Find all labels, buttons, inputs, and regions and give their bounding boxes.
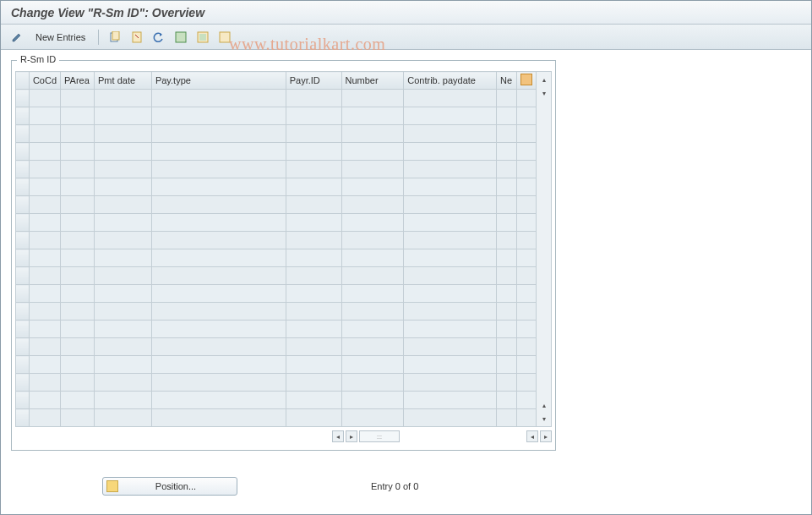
cell[interactable] [95, 125, 152, 143]
cell[interactable] [341, 107, 404, 125]
deselect-icon[interactable] [215, 28, 234, 47]
cell[interactable] [95, 161, 152, 178]
cell[interactable] [151, 338, 286, 356]
cell[interactable] [95, 196, 152, 214]
cell[interactable] [286, 285, 341, 303]
row-selector[interactable] [16, 143, 30, 161]
cell[interactable] [404, 90, 497, 107]
cell[interactable] [497, 356, 517, 374]
cell[interactable] [61, 161, 95, 178]
cell[interactable] [61, 338, 95, 356]
delete-icon[interactable] [128, 28, 146, 47]
cell[interactable] [151, 143, 286, 161]
cell[interactable] [151, 285, 286, 303]
cell[interactable] [29, 107, 60, 125]
cell[interactable] [286, 374, 341, 392]
cell[interactable] [29, 409, 60, 427]
cell[interactable] [95, 267, 152, 285]
row-selector[interactable] [16, 232, 30, 249]
cell[interactable] [151, 321, 286, 338]
cell[interactable] [286, 107, 341, 125]
cell[interactable] [29, 178, 60, 196]
cell[interactable] [95, 392, 152, 409]
hscroll-thumb[interactable]: ::: [359, 430, 400, 442]
cell[interactable] [29, 303, 60, 321]
cell[interactable] [404, 214, 497, 232]
scroll-up-step-icon[interactable]: ▴ [538, 399, 550, 411]
undo-icon[interactable] [150, 28, 168, 47]
cell[interactable] [95, 143, 152, 161]
col-header-payrid[interactable]: Payr.ID [286, 72, 341, 90]
cell[interactable] [404, 107, 497, 125]
cell[interactable] [151, 196, 286, 214]
cell[interactable] [404, 409, 497, 427]
cell[interactable] [29, 125, 60, 143]
row-selector[interactable] [16, 338, 30, 356]
cell[interactable] [61, 374, 95, 392]
cell[interactable] [95, 249, 152, 267]
cell[interactable] [286, 321, 341, 338]
hscroll-right-icon[interactable]: ▸ [346, 430, 357, 442]
cell[interactable] [341, 143, 404, 161]
row-selector[interactable] [16, 267, 30, 285]
cell[interactable] [151, 409, 286, 427]
cell[interactable] [404, 356, 497, 374]
cell[interactable] [497, 303, 517, 321]
cell[interactable] [286, 303, 341, 321]
cell[interactable] [286, 409, 341, 427]
cell[interactable] [286, 356, 341, 374]
cell[interactable] [286, 249, 341, 267]
cell[interactable] [61, 143, 95, 161]
row-selector[interactable] [16, 161, 30, 178]
cell[interactable] [151, 249, 286, 267]
cell[interactable] [404, 338, 497, 356]
cell[interactable] [61, 232, 95, 249]
cell[interactable] [29, 338, 60, 356]
col-header-paytype[interactable]: Pay.type [151, 72, 286, 90]
cell[interactable] [404, 321, 497, 338]
hscroll-left-end-icon[interactable]: ◂ [526, 430, 538, 442]
row-selector[interactable] [16, 107, 30, 125]
row-selector[interactable] [16, 356, 30, 374]
scroll-down-icon[interactable]: ▾ [538, 413, 550, 425]
cell[interactable] [497, 338, 517, 356]
cell[interactable] [286, 125, 341, 143]
cell[interactable] [151, 90, 286, 107]
cell[interactable] [341, 303, 404, 321]
cell[interactable] [341, 90, 404, 107]
cell[interactable] [497, 143, 517, 161]
row-selector[interactable] [16, 125, 30, 143]
cell[interactable] [341, 392, 404, 409]
cell[interactable] [61, 178, 95, 196]
row-selector[interactable] [16, 321, 30, 338]
cell[interactable] [404, 267, 497, 285]
cell[interactable] [497, 178, 517, 196]
cell[interactable] [404, 303, 497, 321]
cell[interactable] [29, 356, 60, 374]
cell[interactable] [286, 143, 341, 161]
cell[interactable] [497, 321, 517, 338]
cell[interactable] [61, 409, 95, 427]
row-selector[interactable] [16, 285, 30, 303]
cell[interactable] [404, 249, 497, 267]
cell[interactable] [61, 214, 95, 232]
cell[interactable] [404, 374, 497, 392]
cell[interactable] [286, 90, 341, 107]
cell[interactable] [341, 161, 404, 178]
cell[interactable] [151, 214, 286, 232]
cell[interactable] [404, 178, 497, 196]
cell[interactable] [497, 90, 517, 107]
col-header-parea[interactable]: PArea [61, 72, 95, 90]
cell[interactable] [61, 90, 95, 107]
row-selector[interactable] [16, 178, 30, 196]
vertical-scrollbar[interactable]: ▴ ▾ ▴ ▾ [537, 71, 552, 427]
column-config-icon[interactable] [517, 72, 537, 90]
cell[interactable] [151, 374, 286, 392]
cell[interactable] [29, 285, 60, 303]
cell[interactable] [29, 321, 60, 338]
cell[interactable] [151, 303, 286, 321]
position-button[interactable]: Position... [102, 477, 237, 496]
cell[interactable] [286, 196, 341, 214]
cell[interactable] [341, 232, 404, 249]
cell[interactable] [29, 143, 60, 161]
